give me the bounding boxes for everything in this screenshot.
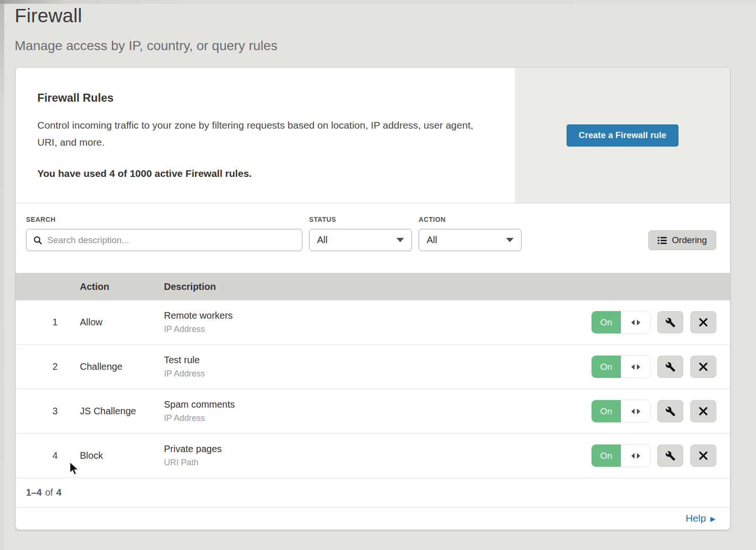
left-right-arrows-icon <box>621 445 650 467</box>
toggle-on-label: On <box>592 311 621 333</box>
page-subtitle: Manage access by IP, country, or query r… <box>15 38 277 53</box>
rule-action: JS Challenge <box>80 406 164 417</box>
search-label: SEARCH <box>26 216 302 223</box>
rule-description-cell: Spam comments IP Address <box>164 399 592 423</box>
x-icon <box>699 362 708 371</box>
search-input[interactable] <box>47 235 295 245</box>
toggle-on-label: On <box>592 445 621 467</box>
rule-priority: 3 <box>52 406 80 417</box>
card-footer: Help ▶ <box>16 507 730 529</box>
toggle-on-label: On <box>592 356 621 378</box>
create-rule-panel: Create a Firewall rule <box>515 68 730 203</box>
x-icon <box>699 451 708 460</box>
delete-rule-button[interactable] <box>690 400 716 422</box>
rule-action: Challenge <box>80 361 164 372</box>
action-select-value: All <box>427 235 437 245</box>
table-row: 4 Block Private pages URI Path On <box>16 434 730 478</box>
status-select-value: All <box>317 235 327 245</box>
filter-bar: SEARCH STATUS All ACTION All <box>16 203 730 273</box>
rule-action: Block <box>80 450 164 461</box>
table-header-description: Description <box>164 281 716 292</box>
table-header: Action Description <box>16 273 730 300</box>
rule-action: Allow <box>80 317 164 328</box>
rule-controls: On <box>592 311 716 333</box>
action-select[interactable]: All <box>419 229 522 251</box>
wrench-icon <box>665 451 676 461</box>
rule-description: Spam comments <box>164 399 592 410</box>
delete-rule-button[interactable] <box>690 356 716 378</box>
firewall-rules-card: Firewall Rules Control incoming traffic … <box>16 68 730 530</box>
right-triangle-icon: ▶ <box>710 515 715 523</box>
pagination-range: 1–4 <box>26 487 42 498</box>
card-heading: Firewall Rules <box>37 91 492 105</box>
table-row: 2 Challenge Test rule IP Address On <box>16 345 730 389</box>
rule-description-cell: Remote workers IP Address <box>164 310 592 334</box>
page-title: Firewall <box>15 5 277 27</box>
status-select[interactable]: All <box>309 229 412 251</box>
rule-description: Remote workers <box>164 310 592 321</box>
help-link-label: Help <box>686 513 706 524</box>
left-right-arrows-icon <box>621 400 650 422</box>
edit-rule-button[interactable] <box>657 356 683 378</box>
rule-enabled-toggle[interactable]: On <box>592 311 650 333</box>
toggle-on-label: On <box>592 400 621 422</box>
chevron-down-icon <box>396 238 404 242</box>
rule-enabled-toggle[interactable]: On <box>592 445 650 467</box>
rule-controls: On <box>592 445 716 467</box>
edit-rule-button[interactable] <box>657 311 683 333</box>
x-icon <box>699 407 708 416</box>
edit-rule-button[interactable] <box>657 445 683 467</box>
rule-priority: 1 <box>52 317 80 328</box>
delete-rule-button[interactable] <box>690 311 716 333</box>
table-row: 1 Allow Remote workers IP Address On <box>16 300 730 345</box>
rule-description: Test rule <box>164 355 592 366</box>
rule-controls: On <box>592 356 716 378</box>
page-header: Firewall Manage access by IP, country, o… <box>15 5 277 53</box>
rule-match-type: IP Address <box>164 413 592 423</box>
rule-description-cell: Private pages URI Path <box>164 444 592 468</box>
x-icon <box>699 318 708 327</box>
left-right-arrows-icon <box>621 311 650 333</box>
create-firewall-rule-button[interactable]: Create a Firewall rule <box>567 124 679 147</box>
card-top-section: Firewall Rules Control incoming traffic … <box>16 68 730 203</box>
left-right-arrows-icon <box>621 356 650 378</box>
table-row: 3 JS Challenge Spam comments IP Address … <box>16 389 730 434</box>
rule-description: Private pages <box>164 444 592 454</box>
card-description: Control incoming traffic to your zone by… <box>37 117 486 151</box>
help-link[interactable]: Help ▶ <box>686 513 715 524</box>
chevron-down-icon <box>506 238 514 242</box>
wrench-icon <box>665 406 676 417</box>
window-edge-left <box>0 0 4 550</box>
rule-enabled-toggle[interactable]: On <box>592 400 650 422</box>
rule-match-type: IP Address <box>164 369 592 379</box>
status-filter: STATUS All <box>309 216 412 251</box>
rule-controls: On <box>592 400 716 422</box>
rule-priority: 2 <box>52 361 80 372</box>
rule-description-cell: Test rule IP Address <box>164 355 592 379</box>
search-icon <box>33 236 43 245</box>
pagination-total: 4 <box>56 487 61 498</box>
rule-match-type: URI Path <box>164 458 592 468</box>
search-input-wrapper[interactable] <box>26 229 302 251</box>
wrench-icon <box>665 317 676 328</box>
card-intro: Firewall Rules Control incoming traffic … <box>16 68 515 203</box>
action-filter: ACTION All <box>419 216 522 251</box>
rule-enabled-toggle[interactable]: On <box>592 356 650 378</box>
delete-rule-button[interactable] <box>690 445 716 467</box>
status-label: STATUS <box>309 216 412 223</box>
ordering-button-label: Ordering <box>672 235 707 245</box>
list-icon <box>658 236 667 244</box>
table-header-action: Action <box>80 281 164 292</box>
search-filter: SEARCH <box>26 216 302 251</box>
action-label: ACTION <box>419 216 522 223</box>
rules-usage-text: You have used 4 of 1000 active Firewall … <box>37 168 492 179</box>
wrench-icon <box>665 362 676 372</box>
ordering-button[interactable]: Ordering <box>648 230 716 250</box>
edit-rule-button[interactable] <box>657 400 683 422</box>
rule-priority: 4 <box>52 450 80 461</box>
pagination: 1–4 of 4 <box>16 478 730 507</box>
rule-match-type: IP Address <box>164 324 592 334</box>
pagination-of: of <box>45 487 53 498</box>
window-edge-top <box>0 0 756 4</box>
